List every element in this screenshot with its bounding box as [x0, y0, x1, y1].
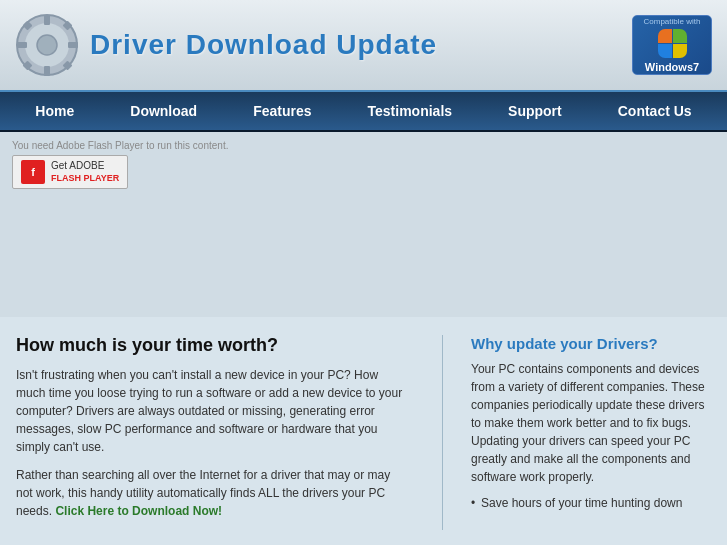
right-paragraph: Your PC contains components and devices …	[471, 360, 711, 486]
right-column: Why update your Drivers? Your PC contain…	[471, 335, 711, 530]
win7-label: Windows7	[645, 61, 699, 73]
flash-content-area: You need Adobe Flash Player to run this …	[0, 132, 727, 317]
cta-link[interactable]: Click Here to Download Now!	[55, 504, 222, 518]
nav-item-contact[interactable]: Contact Us	[590, 90, 720, 132]
svg-rect-3	[44, 15, 50, 25]
svg-rect-4	[44, 66, 50, 76]
right-heading: Why update your Drivers?	[471, 335, 711, 352]
flash-notice: You need Adobe Flash Player to run this …	[12, 140, 715, 151]
bullet-item-1: Save hours of your time hunting down	[471, 494, 711, 512]
nav-item-download[interactable]: Download	[102, 90, 225, 132]
site-title: Driver Download Update	[90, 29, 437, 61]
nav-item-testimonials[interactable]: Testimonials	[340, 90, 481, 132]
left-paragraph-2: Rather than searching all over the Inter…	[16, 466, 404, 520]
column-divider	[442, 335, 443, 530]
main-nav: Home Download Features Testimonials Supp…	[0, 90, 727, 132]
nav-item-home[interactable]: Home	[7, 90, 102, 132]
svg-rect-5	[17, 42, 27, 48]
flash-player-label: FLASH PLAYER	[51, 173, 119, 183]
nav-item-support[interactable]: Support	[480, 90, 590, 132]
logo-gear-icon	[15, 13, 80, 78]
logo-area: Driver Download Update	[15, 13, 437, 78]
get-adobe-label: Get ADOBE	[51, 160, 119, 172]
flash-text: Get ADOBE FLASH PLAYER	[51, 160, 119, 184]
win7-logo-icon	[658, 29, 687, 58]
win7-badge: Compatible with Windows7	[632, 15, 712, 75]
main-content: How much is your time worth? Isn't frust…	[0, 317, 727, 545]
left-heading: How much is your time worth?	[16, 335, 404, 356]
right-bullet-list: Save hours of your time hunting down	[471, 494, 711, 512]
compat-text: Compatible with	[644, 17, 701, 26]
left-column: How much is your time worth? Isn't frust…	[16, 335, 414, 530]
left-paragraph-1: Isn't frustrating when you can't install…	[16, 366, 404, 456]
svg-point-2	[37, 35, 57, 55]
svg-rect-6	[68, 42, 78, 48]
nav-item-features[interactable]: Features	[225, 90, 339, 132]
site-header: Driver Download Update Compatible with W…	[0, 0, 727, 90]
flash-player-prompt[interactable]: f Get ADOBE FLASH PLAYER	[12, 155, 128, 189]
flash-icon: f	[21, 160, 45, 184]
